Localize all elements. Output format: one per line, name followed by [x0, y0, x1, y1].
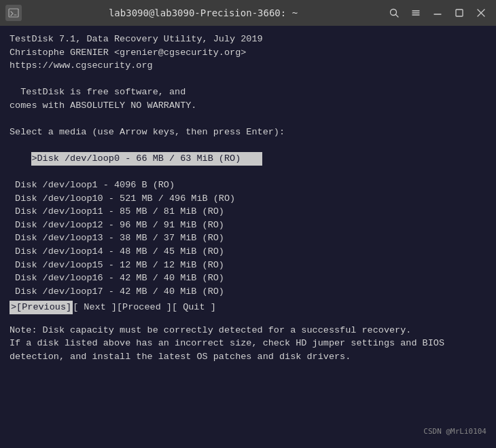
terminal-line-7	[10, 112, 486, 126]
menu-button[interactable]	[406, 3, 425, 22]
maximize-button[interactable]	[450, 3, 469, 22]
disk-list-item[interactable]: Disk /dev/loop10 - 521 MB / 496 MiB (RO)	[10, 192, 486, 206]
watermark: CSDN @MrLi0104	[423, 427, 486, 436]
note-line-2: If a disk listed above has an incorrect …	[10, 337, 486, 350]
disk-list-item[interactable]: Disk /dev/loop12 - 96 MB / 91 MiB (RO)	[10, 219, 486, 232]
disk-list-item[interactable]: Disk /dev/loop15 - 12 MB / 12 MiB (RO)	[10, 259, 486, 272]
window-controls	[385, 3, 491, 22]
minimize-button[interactable]	[428, 3, 447, 22]
disk-list: Disk /dev/loop1 - 4096 B (RO) Disk /dev/…	[10, 179, 486, 298]
terminal-icon	[5, 5, 22, 21]
terminal-line-3: https://www.cgsecurity.org	[10, 59, 486, 73]
terminal-line-2: Christophe GRENIER <grenier@cgsecurity.o…	[10, 46, 486, 60]
note-section: Note: Disk capacity must be correctly de…	[10, 324, 486, 364]
note-line-3: detection, and install the latest OS pat…	[10, 350, 486, 364]
svg-rect-0	[9, 9, 18, 17]
titlebar-left	[5, 5, 22, 21]
nav-previous[interactable]: >[Previous]	[10, 301, 73, 314]
nav-next[interactable]: [ Next ]	[73, 301, 117, 314]
disk-list-item[interactable]: Disk /dev/loop1 - 4096 B (RO)	[10, 179, 486, 192]
svg-rect-8	[456, 10, 463, 16]
terminal-line-5: TestDisk is free software, and	[10, 86, 486, 99]
terminal-content: TestDisk 7.1, Data Recovery Utility, Jul…	[0, 26, 496, 448]
titlebar: lab3090@lab3090-Precision-3660: ~	[0, 0, 496, 26]
nav-proceed[interactable]: [Proceed ]	[117, 301, 172, 314]
window-title: lab3090@lab3090-Precision-3660: ~	[22, 7, 385, 18]
nav-quit[interactable]: [ Quit ]	[172, 301, 216, 314]
disk-list-item[interactable]: Disk /dev/loop14 - 48 MB / 45 MiB (RO)	[10, 245, 486, 259]
terminal-line-4	[10, 73, 486, 86]
navigation-bar: >[Previous] [ Next ] [Proceed ] [ Quit ]	[10, 301, 486, 314]
disk-list-item[interactable]: Disk /dev/loop16 - 42 MB / 40 MiB (RO)	[10, 272, 486, 285]
disk-list-item[interactable]: Disk /dev/loop13 - 38 MB / 37 MiB (RO)	[10, 231, 486, 245]
disk-list-item[interactable]: Disk /dev/loop17 - 42 MB / 40 MiB (RO)	[10, 285, 486, 299]
disk-list-item[interactable]: Disk /dev/loop11 - 85 MB / 81 MiB (RO)	[10, 205, 486, 219]
selected-disk-label[interactable]: >Disk /dev/loop0 - 66 MB / 63 MiB (RO)	[31, 152, 262, 166]
selected-disk-row[interactable]: >Disk /dev/loop0 - 66 MB / 63 MiB (RO)	[10, 139, 486, 179]
terminal-select-prompt: Select a media (use Arrow keys, then pre…	[10, 126, 486, 139]
svg-line-3	[396, 15, 399, 18]
terminal-line-6: comes with ABSOLUTELY NO WARRANTY.	[10, 99, 486, 113]
terminal-line-1: TestDisk 7.1, Data Recovery Utility, Jul…	[10, 33, 486, 46]
close-button[interactable]	[472, 3, 491, 22]
search-button[interactable]	[385, 3, 404, 22]
note-line-1: Note: Disk capacity must be correctly de…	[10, 324, 486, 337]
